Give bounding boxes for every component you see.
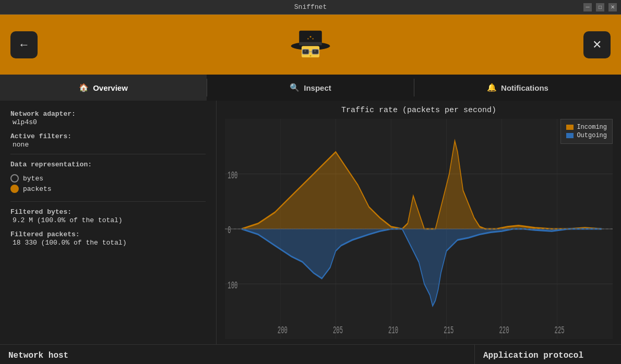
legend-incoming-label: Incoming <box>577 124 607 131</box>
svg-text:205: 205 <box>333 324 343 337</box>
settings-button[interactable]: ✕ <box>583 31 611 58</box>
divider-2 <box>10 201 206 202</box>
data-representation-row: Data representation: <box>10 160 206 169</box>
header: ← ✕ <box>0 15 621 75</box>
legend-incoming-color <box>566 125 574 130</box>
close-button[interactable]: ✕ <box>608 3 617 11</box>
active-filters-row: Active filters: none <box>10 131 206 149</box>
tab-overview-label: Overview <box>93 83 128 92</box>
svg-text:225: 225 <box>555 324 565 337</box>
tab-overview[interactable]: 🏠 Overview <box>0 75 207 101</box>
overview-icon: 🏠 <box>79 83 89 92</box>
svg-point-8 <box>314 50 316 52</box>
svg-text:215: 215 <box>444 324 453 337</box>
chart-panel: Traffic rate (packets per second) Incomi… <box>217 101 621 344</box>
titlebar: Sniffnet ─ □ ✕ <box>0 0 621 15</box>
svg-point-11 <box>307 38 308 39</box>
svg-point-10 <box>309 35 311 37</box>
notifications-icon: 🔔 <box>487 83 497 92</box>
svg-point-9 <box>309 55 311 56</box>
logo <box>290 27 331 63</box>
radio-packets-option[interactable]: packets <box>10 185 206 193</box>
network-host-panel: Network host ☆ 1e100.net – GOOGLE 3712 ☆… <box>0 345 475 364</box>
chart-title: Traffic rate (packets per second) <box>225 106 613 115</box>
tab-inspect[interactable]: 🔍 Inspect <box>207 75 414 101</box>
network-host-title: Network host <box>8 351 466 360</box>
tab-notifications[interactable]: 🔔 Notifications <box>414 75 621 101</box>
filtered-packets-row: Filtered packets: 18 330 (100.0% of the … <box>10 229 206 247</box>
legend-incoming: Incoming <box>566 124 607 131</box>
data-representation-radio-group: bytes packets <box>10 174 206 193</box>
radio-bytes-circle <box>10 174 19 183</box>
svg-text:220: 220 <box>499 324 509 337</box>
network-adapter-value: wlp4s0 <box>10 118 206 126</box>
svg-text:0: 0 <box>228 224 231 237</box>
nav-tabs: 🏠 Overview 🔍 Inspect 🔔 Notifications <box>0 75 621 101</box>
tab-inspect-label: Inspect <box>304 83 331 92</box>
app-protocol-panel: Application protocol HTTPS 15613 DNS 121… <box>475 345 621 364</box>
legend-outgoing-color <box>566 133 574 138</box>
bottom-section: Network host ☆ 1e100.net – GOOGLE 3712 ☆… <box>0 344 621 364</box>
legend-outgoing-label: Outgoing <box>577 132 607 139</box>
filtered-packets-label: Filtered packets: <box>10 230 80 238</box>
svg-point-7 <box>304 50 306 52</box>
chart-legend: Incoming Outgoing <box>560 119 613 144</box>
active-filters-value: none <box>10 141 206 149</box>
filtered-bytes-label: Filtered bytes: <box>10 208 71 216</box>
svg-text:200: 200 <box>278 324 288 337</box>
app-title: Sniffnet <box>294 3 327 11</box>
filtered-bytes-row: Filtered bytes: 9.2 M (100.0% of the tot… <box>10 207 206 224</box>
chart-area: Incoming Outgoing <box>225 119 613 339</box>
main-content: Network adapter: wlp4s0 Active filters: … <box>0 101 621 344</box>
window-controls[interactable]: ─ □ ✕ <box>583 3 617 11</box>
svg-text:100: 100 <box>228 279 237 292</box>
radio-bytes-label: bytes <box>23 175 43 183</box>
traffic-chart: 100 0 100 200 205 210 215 220 225 <box>225 119 613 339</box>
data-representation-label: Data representation: <box>10 161 92 168</box>
filtered-packets-value: 18 330 (100.0% of the total) <box>10 239 206 247</box>
minimize-button[interactable]: ─ <box>583 3 592 11</box>
svg-point-12 <box>313 38 314 39</box>
svg-rect-5 <box>312 49 318 54</box>
divider-1 <box>10 154 206 154</box>
network-adapter-label: Network adapter: <box>10 110 76 118</box>
network-adapter-row: Network adapter: wlp4s0 <box>10 109 206 126</box>
radio-bytes-option[interactable]: bytes <box>10 174 206 183</box>
maximize-button[interactable]: □ <box>596 3 604 11</box>
radio-packets-circle <box>10 185 19 193</box>
svg-rect-2 <box>299 42 322 45</box>
back-button[interactable]: ← <box>10 31 38 58</box>
active-filters-label: Active filters: <box>10 132 71 140</box>
svg-rect-4 <box>302 49 308 54</box>
logo-icon <box>290 27 331 63</box>
legend-outgoing: Outgoing <box>566 132 607 139</box>
app-protocol-title: Application protocol <box>483 351 613 360</box>
inspect-icon: 🔍 <box>290 83 300 92</box>
tab-notifications-label: Notifications <box>501 83 548 92</box>
left-panel: Network adapter: wlp4s0 Active filters: … <box>0 101 217 344</box>
radio-packets-label: packets <box>23 185 52 193</box>
filtered-bytes-value: 9.2 M (100.0% of the total) <box>10 216 206 224</box>
svg-text:100: 100 <box>228 169 237 181</box>
svg-text:210: 210 <box>388 324 398 337</box>
